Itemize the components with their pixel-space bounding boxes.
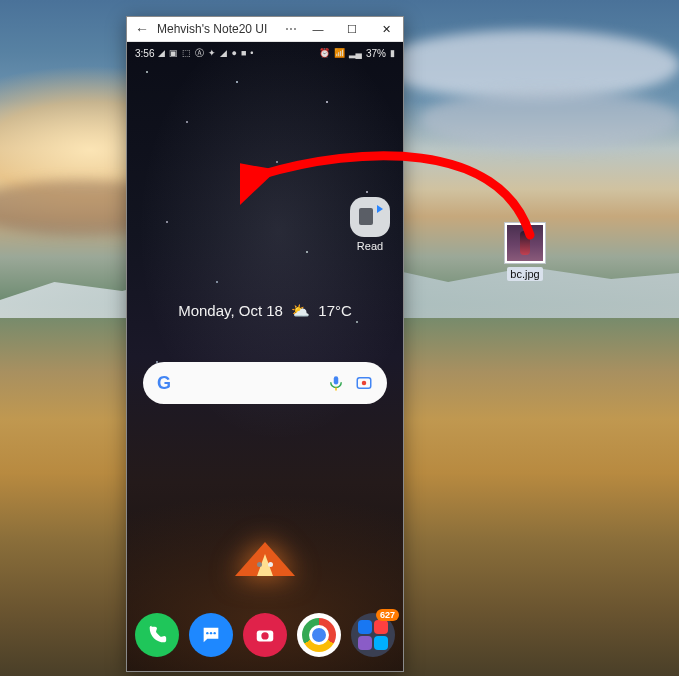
dock-phone-icon[interactable] [135,613,179,657]
file-name-label: bc.jpg [507,267,542,281]
svg-rect-0 [334,376,339,384]
notif-icon: ◢ [220,48,227,58]
voice-search-icon[interactable] [327,374,345,392]
notif-icon: ▣ [169,48,178,58]
notification-badge: 627 [376,609,399,621]
wallpaper-tent [235,536,295,576]
app-tile [350,197,390,237]
dock-camera-icon[interactable] [243,613,287,657]
svg-point-3 [362,381,367,386]
dock-folder-icon[interactable]: 627 [351,613,395,657]
alarm-icon: ⏰ [319,48,330,58]
app-label: Read [345,240,395,252]
weather-icon: ⛅ [291,302,310,319]
svg-point-8 [261,632,268,639]
file-thumbnail [504,222,546,264]
notif-icon: Ⓐ [195,47,204,60]
page-dot-active [268,562,273,567]
phone-home-screen[interactable]: 3:56 ◢ ▣ ⬚ Ⓐ ✦ ◢ ● ■ • ⏰ 📶 ▂▄ 37% ▮ [127,42,403,671]
battery-icon: ▮ [390,48,395,58]
desktop-wallpaper: bc.jpg ← Mehvish's Note20 UI ⋯ — ☐ ✕ 3:5… [0,0,679,676]
notif-icon: • [250,48,253,58]
notif-icon: ◢ [158,48,165,58]
close-button[interactable]: ✕ [369,17,403,41]
notif-icon: ✦ [208,48,216,58]
notif-icon: ● [231,48,236,58]
app-icon-read[interactable]: Read [345,197,395,252]
wifi-icon: 📶 [334,48,345,58]
statusbar-time: 3:56 [135,48,154,59]
dock-messages-icon[interactable] [189,613,233,657]
dock-chrome-icon[interactable] [297,613,341,657]
google-search-bar[interactable]: G [143,362,387,404]
back-button[interactable]: ← [127,21,157,37]
app-dock: 627 [127,613,403,657]
play-badge-icon [377,205,383,213]
more-menu-button[interactable]: ⋯ [281,22,301,36]
notif-icon: ⬚ [182,48,191,58]
android-statusbar: 3:56 ◢ ▣ ⬚ Ⓐ ✦ ◢ ● ■ • ⏰ 📶 ▂▄ 37% ▮ [127,42,403,64]
svg-point-4 [206,632,208,634]
phone-mirror-window: ← Mehvish's Note20 UI ⋯ — ☐ ✕ 3:56 ◢ ▣ ⬚… [126,16,404,672]
notif-icon: ■ [241,48,246,58]
svg-point-5 [210,632,212,634]
folder-preview [358,620,388,650]
date-text: Monday, Oct 18 [178,302,283,319]
minimize-button[interactable]: — [301,17,335,41]
date-weather-widget[interactable]: Monday, Oct 18 ⛅ 17°C [127,302,403,320]
temperature-text: 17°C [318,302,352,319]
page-indicator [127,562,403,567]
window-title: Mehvish's Note20 UI [157,22,281,36]
signal-icon: ▂▄ [349,48,362,58]
chrome-logo-icon [302,618,336,652]
page-dot [257,562,262,567]
window-titlebar: ← Mehvish's Note20 UI ⋯ — ☐ ✕ [127,17,403,42]
svg-point-6 [213,632,215,634]
desktop-file-bcjpg[interactable]: bc.jpg [498,222,552,282]
google-lens-icon[interactable] [355,374,373,392]
cloud [420,90,679,150]
battery-text: 37% [366,48,386,59]
maximize-button[interactable]: ☐ [335,17,369,41]
google-logo-icon: G [157,373,171,394]
